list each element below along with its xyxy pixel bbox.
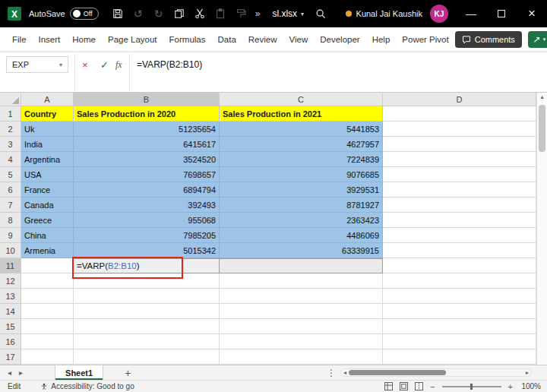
scrollbar-menu-icon[interactable]: ⋮: [327, 368, 336, 378]
cell-B3[interactable]: 6415617: [74, 137, 220, 152]
row-header-8[interactable]: 8: [0, 213, 21, 228]
cell-B6[interactable]: 6894794: [74, 182, 220, 198]
zoom-slider[interactable]: [442, 386, 501, 387]
page-break-view-icon[interactable]: [415, 382, 423, 390]
cell-D9[interactable]: [383, 228, 536, 243]
cell-B7[interactable]: 392493: [74, 198, 220, 213]
row-header-12[interactable]: 12: [0, 273, 21, 289]
save-icon[interactable]: [111, 6, 125, 21]
scroll-right-icon[interactable]: ▸: [523, 369, 531, 376]
row-header-5[interactable]: 5: [0, 167, 21, 182]
cell-A11[interactable]: [21, 258, 74, 273]
scroll-left-icon[interactable]: ◂: [341, 369, 349, 376]
row-header-6[interactable]: 6: [0, 182, 21, 198]
format-painter-icon[interactable]: [234, 6, 248, 21]
row-header-13[interactable]: 13: [0, 289, 21, 304]
share-button[interactable]: ↗ ▾: [528, 31, 547, 48]
cell-C14[interactable]: [220, 304, 383, 319]
menu-item-page-layout[interactable]: Page Layout: [102, 27, 163, 52]
sheet-nav-left-icon[interactable]: ◂: [8, 368, 11, 377]
cell-D11[interactable]: [383, 258, 536, 273]
row-header-15[interactable]: 15: [0, 319, 21, 334]
cell-D10[interactable]: [383, 243, 536, 258]
cell-A7[interactable]: Canada: [21, 198, 74, 213]
scroll-up-icon[interactable]: ▴: [537, 93, 547, 100]
cell-C6[interactable]: 3929531: [220, 182, 383, 198]
cell-C1[interactable]: Sales Production in 2021: [220, 106, 383, 122]
cell-C15[interactable]: [220, 319, 383, 334]
cell-C7[interactable]: 8781927: [220, 198, 383, 213]
cell-C9[interactable]: 4486069: [220, 228, 383, 243]
cell-D7[interactable]: [383, 198, 536, 213]
autosave-toggle[interactable]: Off: [70, 8, 99, 20]
column-header-D[interactable]: D: [383, 93, 536, 106]
insert-function-icon[interactable]: fx: [115, 56, 122, 73]
cell-A6[interactable]: France: [21, 182, 74, 198]
zoom-in-button[interactable]: +: [508, 382, 513, 391]
cell-D12[interactable]: [383, 273, 536, 289]
cut-icon[interactable]: [193, 6, 207, 21]
minimize-button[interactable]: —: [456, 0, 486, 27]
cell-B2[interactable]: 51235654: [74, 122, 220, 137]
cell-B4[interactable]: 3524520: [74, 152, 220, 167]
vertical-scrollbar[interactable]: ▴: [536, 93, 547, 365]
cell-D1[interactable]: [383, 106, 536, 122]
search-icon[interactable]: [314, 6, 327, 21]
toolbar-overflow-icon[interactable]: »: [255, 8, 261, 19]
row-header-14[interactable]: 14: [0, 304, 21, 319]
cell-D15[interactable]: [383, 319, 536, 334]
cell-D6[interactable]: [383, 182, 536, 198]
column-header-A[interactable]: A: [21, 93, 74, 106]
cell-D5[interactable]: [383, 167, 536, 182]
cell-C8[interactable]: 2363423: [220, 213, 383, 228]
cell-A5[interactable]: USA: [21, 167, 74, 182]
cell-A8[interactable]: Greece: [21, 213, 74, 228]
select-all-corner[interactable]: [0, 93, 21, 106]
accessibility-status[interactable]: Accessibility: Good to go: [51, 382, 134, 390]
paste-icon[interactable]: [213, 6, 227, 21]
cancel-icon[interactable]: ×: [82, 56, 88, 73]
cell-D2[interactable]: [383, 122, 536, 137]
cell-A15[interactable]: [21, 319, 74, 334]
excel-logo-icon[interactable]: X: [8, 7, 21, 21]
maximize-button[interactable]: [486, 0, 517, 27]
cell-A2[interactable]: Uk: [21, 122, 74, 137]
zoom-out-button[interactable]: −: [430, 382, 435, 391]
avatar[interactable]: KJ: [430, 5, 448, 23]
cell-B9[interactable]: 7985205: [74, 228, 220, 243]
row-header-3[interactable]: 3: [0, 137, 21, 152]
cell-D4[interactable]: [383, 152, 536, 167]
menu-item-home[interactable]: Home: [66, 27, 102, 52]
cell-C17[interactable]: [220, 349, 383, 365]
page-layout-view-icon[interactable]: [400, 382, 408, 390]
cell-C16[interactable]: [220, 334, 383, 349]
cell-C10[interactable]: 63339915: [220, 243, 383, 258]
cell-B17[interactable]: [74, 349, 220, 365]
row-header-2[interactable]: 2: [0, 122, 21, 137]
cell-B16[interactable]: [74, 334, 220, 349]
cell-A17[interactable]: [21, 349, 74, 365]
menu-item-data[interactable]: Data: [212, 27, 242, 52]
horizontal-scroll-thumb[interactable]: [349, 370, 446, 375]
row-header-11[interactable]: 11: [0, 258, 21, 273]
cell-D8[interactable]: [383, 213, 536, 228]
cell-D13[interactable]: [383, 289, 536, 304]
cell-D14[interactable]: [383, 304, 536, 319]
cell-A14[interactable]: [21, 304, 74, 319]
cell-A12[interactable]: [21, 273, 74, 289]
menu-item-insert[interactable]: Insert: [33, 27, 67, 52]
row-header-16[interactable]: 16: [0, 334, 21, 349]
cell-B8[interactable]: 955068: [74, 213, 220, 228]
row-header-1[interactable]: 1: [0, 106, 21, 122]
zoom-level[interactable]: 100%: [520, 382, 541, 390]
cell-D16[interactable]: [383, 334, 536, 349]
menu-item-developer[interactable]: Developer: [314, 27, 365, 52]
cell-B5[interactable]: 7698657: [74, 167, 220, 182]
normal-view-icon[interactable]: [384, 382, 393, 390]
cell-C13[interactable]: [220, 289, 383, 304]
cell-C12[interactable]: [220, 273, 383, 289]
comments-button[interactable]: Comments: [455, 31, 522, 48]
copy-icon[interactable]: [172, 6, 186, 21]
cell-C11[interactable]: [220, 258, 383, 273]
cell-C3[interactable]: 4627957: [220, 137, 383, 152]
